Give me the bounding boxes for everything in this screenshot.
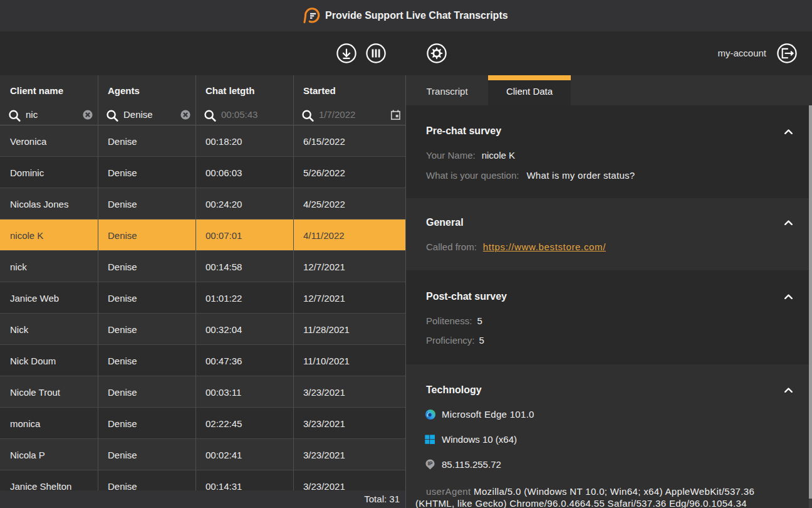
svg-text:IP: IP xyxy=(428,460,433,467)
